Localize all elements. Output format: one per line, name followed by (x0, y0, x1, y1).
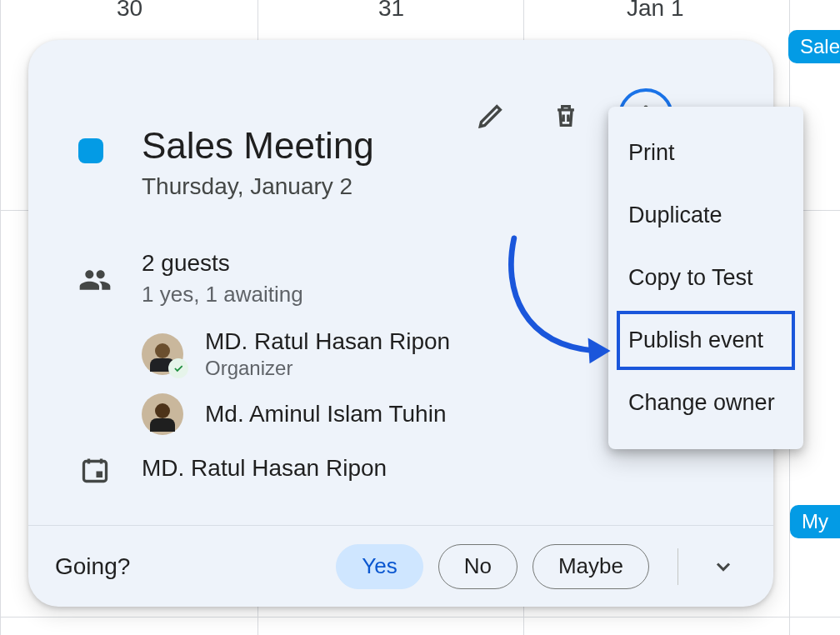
guest-name: MD. Ratul Hasan Ripon (205, 328, 450, 355)
separator (678, 548, 678, 585)
rsvp-yes-button[interactable]: Yes (336, 544, 422, 589)
pencil-icon (477, 102, 505, 130)
menu-item-duplicate[interactable]: Duplicate (608, 184, 803, 247)
calendar-icon (80, 455, 110, 485)
options-menu: Print Duplicate Copy to Test Publish eve… (608, 107, 803, 449)
svg-rect-4 (97, 472, 103, 478)
svg-rect-3 (84, 462, 107, 482)
menu-item-copy[interactable]: Copy to Test (608, 247, 803, 309)
rsvp-footer: Going? Yes No Maybe (28, 525, 773, 607)
calendar-owner: MD. Ratul Hasan Ripon (142, 455, 387, 482)
event-title: Sales Meeting (142, 125, 374, 167)
guests-status: 1 yes, 1 awaiting (142, 282, 303, 308)
going-label: Going? (55, 553, 336, 580)
event-chip[interactable]: My (790, 505, 840, 538)
calendar-date[interactable]: 31 (378, 0, 404, 22)
avatar (142, 333, 183, 375)
calendar-date[interactable]: Jan 1 (627, 0, 684, 22)
rsvp-more-button[interactable] (700, 544, 747, 589)
check-badge-icon (168, 358, 188, 378)
event-chip-label: My (802, 510, 828, 533)
delete-button[interactable] (543, 93, 588, 138)
chevron-down-icon (712, 555, 735, 578)
guest-row[interactable]: MD. Ratul Hasan Ripon Organizer (142, 328, 450, 380)
avatar (142, 393, 183, 435)
calendar-date[interactable]: 30 (117, 0, 142, 22)
guest-name: Md. Aminul Islam Tuhin (205, 401, 446, 428)
guest-role: Organizer (205, 357, 450, 380)
guests-count[interactable]: 2 guests (142, 250, 230, 277)
rsvp-no-button[interactable]: No (438, 544, 518, 589)
edit-button[interactable] (468, 93, 513, 138)
rsvp-maybe-button[interactable]: Maybe (532, 544, 649, 589)
menu-item-change-owner[interactable]: Change owner (608, 372, 803, 434)
menu-item-print[interactable]: Print (608, 122, 803, 184)
event-chip-label: Sale (800, 35, 840, 58)
event-chip[interactable]: Sale (788, 30, 840, 63)
event-date: Thursday, January 2 (142, 173, 352, 200)
event-color (78, 138, 103, 163)
people-icon (78, 263, 112, 297)
trash-icon (552, 102, 580, 130)
guest-row[interactable]: Md. Aminul Islam Tuhin (142, 393, 446, 435)
menu-item-publish[interactable]: Publish event (615, 309, 797, 372)
